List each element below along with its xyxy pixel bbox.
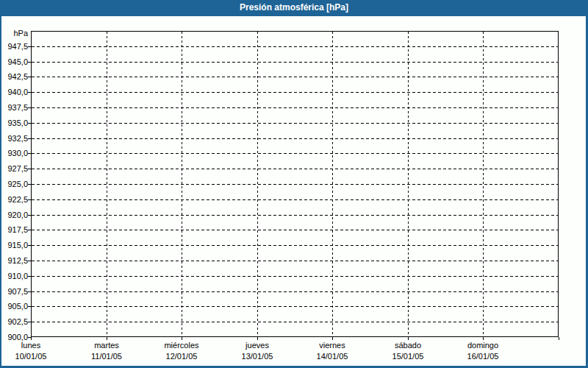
y-tick-label: 902,5 bbox=[1, 317, 28, 327]
y-gridline bbox=[32, 77, 558, 77]
x-gridline bbox=[257, 32, 258, 336]
y-axis-tick bbox=[28, 245, 31, 246]
y-tick-label: 910,0 bbox=[1, 272, 28, 281]
y-axis-tick bbox=[28, 291, 31, 292]
x-axis-tick bbox=[483, 337, 484, 340]
y-gridline bbox=[32, 107, 558, 108]
x-tick-date-label: 16/01/05 bbox=[448, 352, 518, 361]
y-gridline bbox=[32, 199, 558, 200]
y-gridline bbox=[32, 138, 558, 139]
y-tick-label: 927,5 bbox=[1, 164, 28, 174]
y-tick-label: 932,5 bbox=[1, 134, 28, 144]
y-tick-label: 940,0 bbox=[1, 88, 28, 97]
y-tick-label: 942,5 bbox=[1, 72, 28, 82]
x-tick-day-label: viernes bbox=[297, 341, 368, 350]
y-tick-label: 907,5 bbox=[1, 287, 28, 297]
x-tick-date-label: 10/01/05 bbox=[0, 352, 66, 361]
y-tick-label: 920,0 bbox=[1, 210, 28, 220]
x-gridline bbox=[483, 32, 484, 336]
y-axis-tick bbox=[28, 169, 31, 169]
y-tick-label: 922,5 bbox=[1, 195, 28, 205]
y-tick-label: 937,5 bbox=[1, 103, 28, 113]
y-axis-tick bbox=[28, 276, 31, 277]
y-tick-label: 947,5 bbox=[1, 42, 28, 52]
x-axis-tick bbox=[332, 337, 333, 340]
y-tick-label: 935,0 bbox=[1, 118, 28, 128]
chart-canvas: hPa947,5945,0942,5940,0937,5935,0932,593… bbox=[1, 16, 586, 366]
x-axis-tick bbox=[257, 337, 258, 340]
x-tick-day-label: domingo bbox=[448, 341, 518, 350]
y-gridline bbox=[32, 230, 558, 230]
x-tick-date-label: 14/01/05 bbox=[297, 352, 368, 361]
chart-title-bar: Presión atmosférica [hPa] bbox=[0, 0, 588, 16]
x-axis-tick bbox=[107, 337, 107, 340]
x-axis-tick bbox=[408, 337, 409, 340]
x-gridline bbox=[408, 32, 409, 336]
y-gridline bbox=[32, 245, 558, 246]
y-axis-tick bbox=[28, 77, 31, 77]
x-tick-date-label: 15/01/05 bbox=[373, 352, 443, 361]
y-tick-label: 917,5 bbox=[1, 225, 28, 235]
y-gridline bbox=[32, 215, 558, 216]
y-axis-tick bbox=[28, 199, 31, 200]
x-tick-day-label: lunes bbox=[0, 341, 66, 350]
y-axis-tick bbox=[28, 215, 31, 216]
y-axis-tick bbox=[28, 123, 31, 124]
y-gridline bbox=[32, 276, 558, 277]
y-tick-label: 912,5 bbox=[1, 256, 28, 266]
y-tick-label: 930,0 bbox=[1, 149, 28, 158]
y-gridline bbox=[32, 123, 558, 124]
y-axis-tick bbox=[28, 322, 31, 322]
y-gridline bbox=[32, 306, 558, 307]
y-gridline bbox=[32, 153, 558, 154]
y-tick-label: 945,0 bbox=[1, 57, 28, 67]
y-gridline bbox=[32, 169, 558, 169]
x-tick-day-label: sábado bbox=[373, 341, 443, 350]
x-tick-date-label: 13/01/05 bbox=[222, 352, 293, 361]
y-tick-label: 905,0 bbox=[1, 302, 28, 311]
x-axis-tick bbox=[559, 337, 559, 340]
y-axis-tick bbox=[28, 184, 31, 185]
pressure-chart-widget: Presión atmosférica [hPa] hPa947,5945,09… bbox=[0, 0, 588, 368]
y-gridline bbox=[32, 184, 558, 185]
x-axis-tick bbox=[182, 337, 182, 340]
x-tick-day-label: miércoles bbox=[146, 341, 217, 350]
chart-title: Presión atmosférica [hPa] bbox=[240, 2, 348, 13]
y-axis-tick bbox=[28, 306, 31, 307]
x-tick-date-label: 12/01/05 bbox=[146, 352, 217, 361]
y-gridline bbox=[32, 62, 558, 63]
x-tick-date-label: 11/01/05 bbox=[71, 352, 142, 361]
y-axis-tick bbox=[28, 107, 31, 108]
x-gridline bbox=[332, 32, 333, 336]
y-axis-tick bbox=[28, 62, 31, 63]
y-gridline bbox=[32, 322, 558, 322]
y-axis-tick bbox=[28, 261, 31, 261]
y-axis-tick bbox=[28, 153, 31, 154]
y-gridline bbox=[32, 92, 558, 93]
y-axis-tick bbox=[28, 138, 31, 139]
x-gridline bbox=[182, 32, 182, 336]
y-tick-label: 915,0 bbox=[1, 241, 28, 250]
x-gridline bbox=[107, 32, 107, 336]
y-gridline bbox=[32, 291, 558, 292]
x-tick-day-label: martes bbox=[71, 341, 142, 350]
y-axis-tick bbox=[28, 46, 31, 47]
y-axis-unit-label: hPa bbox=[1, 29, 28, 38]
y-gridline bbox=[32, 261, 558, 261]
x-tick-day-label: jueves bbox=[222, 341, 293, 350]
x-axis-tick bbox=[31, 337, 32, 340]
y-tick-label: 925,0 bbox=[1, 180, 28, 189]
y-gridline bbox=[32, 46, 558, 47]
y-axis-tick bbox=[28, 92, 31, 93]
y-axis-tick bbox=[28, 230, 31, 230]
